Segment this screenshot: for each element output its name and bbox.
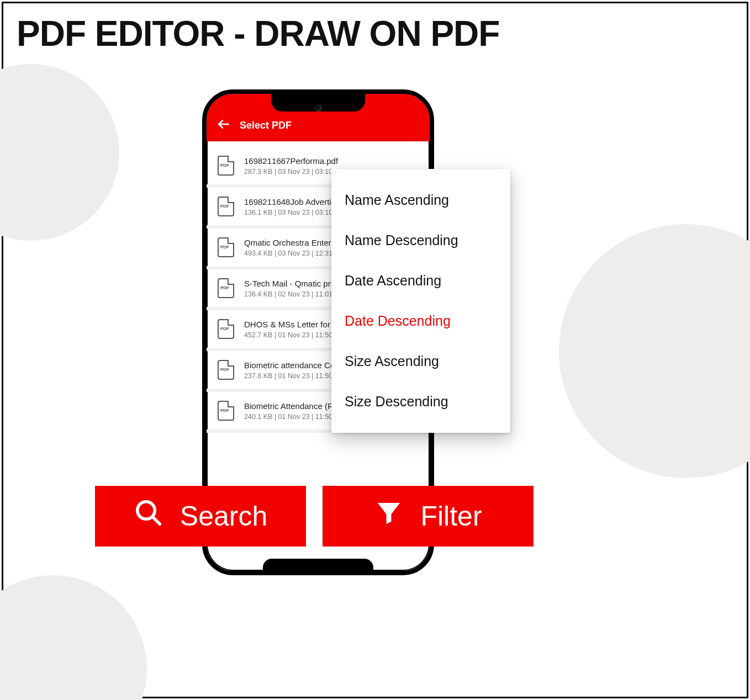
action-button-row: Search Filter <box>95 486 534 547</box>
pdf-file-icon <box>218 156 234 176</box>
promo-frame: PDF EDITOR - DRAW ON PDF Select PDF 1698… <box>2 2 748 698</box>
back-arrow-icon[interactable] <box>216 117 231 131</box>
svg-line-2 <box>152 517 160 524</box>
filter-button-label: Filter <box>420 500 482 532</box>
decorative-circle <box>0 64 119 241</box>
app-header-title: Select PDF <box>240 120 292 131</box>
sort-option-name-ascending[interactable]: Name Ascending <box>331 180 510 220</box>
search-icon <box>134 498 163 534</box>
sort-option-name-descending[interactable]: Name Descending <box>331 220 510 261</box>
sort-option-size-descending[interactable]: Size Descending <box>331 381 510 422</box>
sort-option-size-ascending[interactable]: Size Ascending <box>331 341 510 381</box>
sort-option-date-descending[interactable]: Date Descending <box>331 301 510 341</box>
sort-option-date-ascending[interactable]: Date Ascending <box>331 261 510 301</box>
filter-button[interactable]: Filter <box>323 486 534 547</box>
search-button-label: Search <box>180 500 267 532</box>
pdf-file-icon <box>218 197 234 216</box>
phone-home-indicator <box>263 559 373 571</box>
decorative-circle <box>559 224 750 478</box>
file-name: 1698211667Performa.pdf <box>244 156 419 166</box>
pdf-file-icon <box>218 319 234 339</box>
pdf-file-icon <box>218 237 234 257</box>
pdf-file-icon <box>218 401 234 421</box>
filter-icon <box>374 498 404 534</box>
phone-notch <box>271 94 365 112</box>
search-button[interactable]: Search <box>95 486 306 547</box>
sort-filter-menu: Name Ascending Name Descending Date Asce… <box>331 169 510 433</box>
decorative-circle <box>0 575 147 700</box>
pdf-file-icon <box>218 360 234 380</box>
page-title: PDF EDITOR - DRAW ON PDF <box>17 13 499 54</box>
pdf-file-icon <box>218 278 234 298</box>
